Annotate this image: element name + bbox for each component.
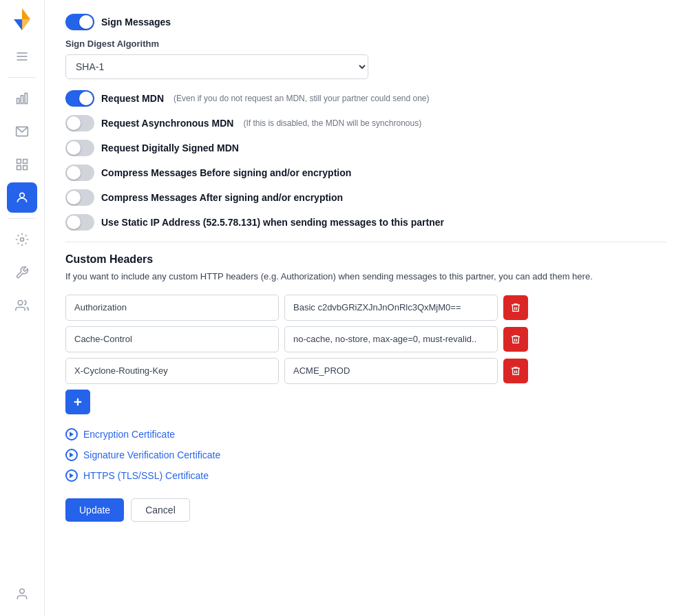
action-row: Update Cancel <box>65 498 666 522</box>
request-async-mdn-thumb <box>67 116 81 130</box>
sign-messages-label: Sign Messages <box>101 17 171 28</box>
request-signed-mdn-thumb <box>67 141 81 155</box>
header-value-1[interactable] <box>284 295 498 321</box>
https-cert-link[interactable]: HTTPS (TLS/SSL) Certificate <box>65 469 666 482</box>
custom-headers-title: Custom Headers <box>65 253 666 266</box>
encryption-cert-label: Encryption Certificate <box>83 429 175 440</box>
compress-before-label: Compress Messages Before signing and/or … <box>101 167 351 178</box>
svg-rect-8 <box>25 94 27 104</box>
svg-rect-11 <box>23 160 28 164</box>
header-row-1 <box>65 295 666 321</box>
static-ip-row: Use Static IP Address (52.5.78.131) when… <box>65 214 666 231</box>
static-ip-label: Use Static IP Address (52.5.78.131) when… <box>101 217 444 228</box>
request-async-mdn-note: (If this is disabled, the MDN will be sy… <box>243 118 421 128</box>
request-async-mdn-toggle[interactable] <box>65 115 94 131</box>
svg-marker-0 <box>22 8 30 19</box>
sidebar-divider-2 <box>8 218 36 219</box>
svg-point-15 <box>21 238 24 242</box>
header-row-2 <box>65 326 666 352</box>
static-ip-toggle[interactable] <box>65 214 94 231</box>
header-row-3 <box>65 358 666 384</box>
request-signed-mdn-toggle[interactable] <box>65 140 94 156</box>
request-mdn-label: Request MDN <box>101 93 164 104</box>
request-async-mdn-row: Request Asynchronous MDN (If this is dis… <box>65 115 666 131</box>
sidebar-item-analytics[interactable] <box>7 83 37 114</box>
encryption-cert-link[interactable]: Encryption Certificate <box>65 428 666 440</box>
svg-rect-7 <box>21 96 23 104</box>
sidebar-item-mail[interactable] <box>7 116 37 147</box>
sidebar-item-grid[interactable] <box>7 149 37 180</box>
compress-before-row: Compress Messages Before signing and/or … <box>65 164 666 181</box>
encryption-cert-icon <box>65 428 78 440</box>
svg-rect-6 <box>17 98 19 104</box>
svg-marker-1 <box>14 19 22 30</box>
header-value-3[interactable] <box>284 358 498 384</box>
sign-messages-row: Sign Messages <box>65 14 666 30</box>
sign-messages-thumb <box>79 15 93 29</box>
request-mdn-row: Request MDN (Even if you do not request … <box>65 90 666 107</box>
svg-rect-12 <box>17 166 21 170</box>
sidebar-item-users[interactable] <box>7 290 37 321</box>
delete-header-3-button[interactable] <box>503 359 528 383</box>
sidebar-item-profile[interactable] <box>7 579 37 609</box>
svg-rect-10 <box>17 160 21 164</box>
signature-cert-link[interactable]: Signature Verification Certificate <box>65 449 666 461</box>
custom-headers-desc: If you want to include any custom HTTP h… <box>65 270 666 284</box>
svg-rect-13 <box>23 166 28 170</box>
header-key-1[interactable] <box>65 295 279 321</box>
sidebar-item-tools[interactable] <box>7 257 37 288</box>
sign-digest-select[interactable]: SHA-1 SHA-256 SHA-512 MD5 <box>65 54 368 79</box>
svg-point-17 <box>20 589 25 594</box>
main-content: Sign Messages Sign Digest Algorithm SHA-… <box>45 0 694 616</box>
request-async-mdn-label: Request Asynchronous MDN <box>101 118 233 129</box>
sidebar-divider-1 <box>8 77 36 78</box>
svg-point-14 <box>20 193 25 198</box>
delete-header-2-button[interactable] <box>503 327 528 352</box>
logo <box>10 7 34 34</box>
sidebar-item-user[interactable] <box>7 182 37 213</box>
svg-marker-20 <box>70 432 74 437</box>
hamburger-menu[interactable] <box>7 41 37 72</box>
cancel-button[interactable]: Cancel <box>131 498 190 522</box>
header-value-2[interactable] <box>284 326 498 352</box>
add-header-button[interactable] <box>65 390 90 414</box>
request-signed-mdn-row: Request Digitally Signed MDN <box>65 140 666 156</box>
https-cert-label: HTTPS (TLS/SSL) Certificate <box>83 470 209 481</box>
header-key-2[interactable] <box>65 326 279 352</box>
sidebar-item-settings[interactable] <box>7 224 37 255</box>
compress-after-row: Compress Messages After signing and/or e… <box>65 189 666 206</box>
sidebar-bottom <box>7 579 37 609</box>
svg-marker-22 <box>70 473 74 478</box>
request-signed-mdn-label: Request Digitally Signed MDN <box>101 142 239 153</box>
sign-messages-toggle[interactable] <box>65 14 94 30</box>
signature-cert-icon <box>65 449 78 461</box>
section-divider <box>65 242 666 242</box>
delete-header-1-button[interactable] <box>503 295 528 320</box>
request-mdn-thumb <box>79 92 93 105</box>
svg-point-16 <box>18 301 23 306</box>
compress-after-label: Compress Messages After signing and/or e… <box>101 192 343 203</box>
svg-marker-21 <box>70 452 74 458</box>
header-key-3[interactable] <box>65 358 279 384</box>
sign-digest-select-wrapper: SHA-1 SHA-256 SHA-512 MD5 <box>65 54 666 79</box>
static-ip-thumb <box>67 215 81 229</box>
sign-digest-label: Sign Digest Algorithm <box>65 39 666 49</box>
compress-before-toggle[interactable] <box>65 164 94 181</box>
request-mdn-toggle[interactable] <box>65 90 94 107</box>
compress-before-thumb <box>67 166 81 180</box>
signature-cert-label: Signature Verification Certificate <box>83 449 220 460</box>
request-mdn-note: (Even if you do not request an MDN, stil… <box>174 94 430 103</box>
update-button[interactable]: Update <box>65 498 124 522</box>
sidebar <box>0 0 45 616</box>
https-cert-icon <box>65 469 78 482</box>
compress-after-thumb <box>67 191 81 204</box>
svg-marker-2 <box>22 19 30 30</box>
compress-after-toggle[interactable] <box>65 189 94 206</box>
